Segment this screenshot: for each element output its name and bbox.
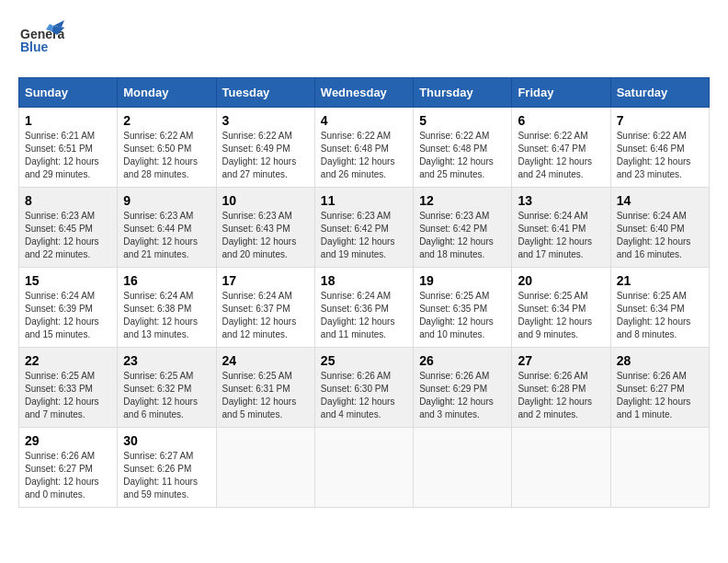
day-number: 20 <box>518 273 604 288</box>
day-info: Sunrise: 6:26 AMSunset: 6:28 PMDaylight:… <box>518 371 592 419</box>
day-number: 23 <box>123 353 210 368</box>
logo-icon: General Blue <box>18 18 64 68</box>
day-number: 29 <box>25 433 111 448</box>
day-info: Sunrise: 6:26 AMSunset: 6:30 PMDaylight:… <box>321 371 395 419</box>
calendar-cell: 30 Sunrise: 6:27 AMSunset: 6:26 PMDaylig… <box>118 428 216 508</box>
day-number: 12 <box>419 193 506 208</box>
day-info: Sunrise: 6:25 AMSunset: 6:32 PMDaylight:… <box>123 371 198 419</box>
calendar-cell: 5 Sunrise: 6:22 AMSunset: 6:48 PMDayligh… <box>414 108 512 188</box>
svg-text:Blue: Blue <box>20 40 49 54</box>
calendar-table: Sunday Monday Tuesday Wednesday Thursday… <box>18 77 710 508</box>
calendar-cell: 2 Sunrise: 6:22 AMSunset: 6:50 PMDayligh… <box>118 108 216 188</box>
day-info: Sunrise: 6:21 AMSunset: 6:51 PMDaylight:… <box>25 131 99 179</box>
calendar-cell: 18 Sunrise: 6:24 AMSunset: 6:36 PMDaylig… <box>314 268 413 348</box>
day-info: Sunrise: 6:25 AMSunset: 6:31 PMDaylight:… <box>222 371 297 419</box>
calendar-cell <box>314 428 413 508</box>
calendar-cell: 23 Sunrise: 6:25 AMSunset: 6:32 PMDaylig… <box>118 348 216 428</box>
calendar-cell: 1 Sunrise: 6:21 AMSunset: 6:51 PMDayligh… <box>19 108 118 188</box>
day-number: 6 <box>518 113 604 128</box>
day-info: Sunrise: 6:22 AMSunset: 6:49 PMDaylight:… <box>222 131 297 179</box>
calendar-cell: 17 Sunrise: 6:24 AMSunset: 6:37 PMDaylig… <box>216 268 314 348</box>
page-header: General Blue <box>18 18 710 68</box>
day-info: Sunrise: 6:25 AMSunset: 6:33 PMDaylight:… <box>25 371 99 419</box>
calendar-cell: 21 Sunrise: 6:25 AMSunset: 6:34 PMDaylig… <box>610 268 709 348</box>
day-number: 18 <box>321 273 407 288</box>
day-number: 16 <box>123 273 210 288</box>
day-info: Sunrise: 6:24 AMSunset: 6:38 PMDaylight:… <box>123 291 198 339</box>
header-wednesday: Wednesday <box>314 78 413 108</box>
calendar-cell <box>414 428 512 508</box>
calendar-cell: 24 Sunrise: 6:25 AMSunset: 6:31 PMDaylig… <box>216 348 314 428</box>
day-info: Sunrise: 6:22 AMSunset: 6:46 PMDaylight:… <box>617 131 691 179</box>
day-number: 9 <box>123 193 210 208</box>
calendar-cell: 11 Sunrise: 6:23 AMSunset: 6:42 PMDaylig… <box>314 188 413 268</box>
day-number: 10 <box>222 193 309 208</box>
day-info: Sunrise: 6:24 AMSunset: 6:37 PMDaylight:… <box>222 291 297 339</box>
calendar-cell: 8 Sunrise: 6:23 AMSunset: 6:45 PMDayligh… <box>19 188 118 268</box>
calendar-cell: 22 Sunrise: 6:25 AMSunset: 6:33 PMDaylig… <box>19 348 118 428</box>
header-saturday: Saturday <box>610 78 709 108</box>
day-number: 11 <box>321 193 407 208</box>
calendar-cell: 6 Sunrise: 6:22 AMSunset: 6:47 PMDayligh… <box>512 108 610 188</box>
calendar-cell: 4 Sunrise: 6:22 AMSunset: 6:48 PMDayligh… <box>314 108 413 188</box>
day-number: 19 <box>419 273 506 288</box>
day-info: Sunrise: 6:26 AMSunset: 6:27 PMDaylight:… <box>25 451 99 500</box>
day-number: 5 <box>419 113 506 128</box>
day-number: 14 <box>617 193 703 208</box>
calendar-week-row: 29 Sunrise: 6:26 AMSunset: 6:27 PMDaylig… <box>19 428 710 508</box>
calendar-week-row: 15 Sunrise: 6:24 AMSunset: 6:39 PMDaylig… <box>19 268 710 348</box>
day-number: 21 <box>617 273 703 288</box>
day-number: 28 <box>617 353 703 368</box>
calendar-cell: 26 Sunrise: 6:26 AMSunset: 6:29 PMDaylig… <box>414 348 512 428</box>
day-number: 13 <box>518 193 604 208</box>
calendar-cell: 15 Sunrise: 6:24 AMSunset: 6:39 PMDaylig… <box>19 268 118 348</box>
day-number: 17 <box>222 273 309 288</box>
calendar-cell: 25 Sunrise: 6:26 AMSunset: 6:30 PMDaylig… <box>314 348 413 428</box>
day-info: Sunrise: 6:22 AMSunset: 6:50 PMDaylight:… <box>123 131 198 179</box>
day-info: Sunrise: 6:23 AMSunset: 6:42 PMDaylight:… <box>419 211 494 259</box>
calendar-cell: 12 Sunrise: 6:23 AMSunset: 6:42 PMDaylig… <box>414 188 512 268</box>
header-sunday: Sunday <box>19 78 118 108</box>
header-thursday: Thursday <box>414 78 512 108</box>
calendar-cell: 3 Sunrise: 6:22 AMSunset: 6:49 PMDayligh… <box>216 108 314 188</box>
day-number: 7 <box>617 113 703 128</box>
day-info: Sunrise: 6:23 AMSunset: 6:45 PMDaylight:… <box>25 211 99 259</box>
calendar-cell <box>216 428 314 508</box>
calendar-cell: 29 Sunrise: 6:26 AMSunset: 6:27 PMDaylig… <box>19 428 118 508</box>
header-friday: Friday <box>512 78 610 108</box>
day-number: 1 <box>25 113 111 128</box>
calendar-cell <box>512 428 610 508</box>
day-number: 26 <box>419 353 506 368</box>
day-info: Sunrise: 6:25 AMSunset: 6:34 PMDaylight:… <box>617 291 691 339</box>
day-info: Sunrise: 6:27 AMSunset: 6:26 PMDaylight:… <box>123 451 198 500</box>
day-info: Sunrise: 6:26 AMSunset: 6:27 PMDaylight:… <box>617 371 691 419</box>
header-monday: Monday <box>118 78 216 108</box>
day-number: 25 <box>321 353 407 368</box>
calendar-cell: 27 Sunrise: 6:26 AMSunset: 6:28 PMDaylig… <box>512 348 610 428</box>
day-number: 8 <box>25 193 111 208</box>
calendar-cell: 7 Sunrise: 6:22 AMSunset: 6:46 PMDayligh… <box>610 108 709 188</box>
day-info: Sunrise: 6:24 AMSunset: 6:41 PMDaylight:… <box>518 211 592 259</box>
header-tuesday: Tuesday <box>216 78 314 108</box>
day-info: Sunrise: 6:22 AMSunset: 6:48 PMDaylight:… <box>419 131 494 179</box>
day-info: Sunrise: 6:24 AMSunset: 6:39 PMDaylight:… <box>25 291 99 339</box>
calendar-cell: 10 Sunrise: 6:23 AMSunset: 6:43 PMDaylig… <box>216 188 314 268</box>
day-info: Sunrise: 6:25 AMSunset: 6:35 PMDaylight:… <box>419 291 494 339</box>
calendar-week-row: 1 Sunrise: 6:21 AMSunset: 6:51 PMDayligh… <box>19 108 710 188</box>
day-number: 27 <box>518 353 604 368</box>
calendar-cell: 9 Sunrise: 6:23 AMSunset: 6:44 PMDayligh… <box>118 188 216 268</box>
day-number: 22 <box>25 353 111 368</box>
day-info: Sunrise: 6:26 AMSunset: 6:29 PMDaylight:… <box>419 371 494 419</box>
calendar-cell: 20 Sunrise: 6:25 AMSunset: 6:34 PMDaylig… <box>512 268 610 348</box>
day-info: Sunrise: 6:24 AMSunset: 6:40 PMDaylight:… <box>617 211 691 259</box>
calendar-cell: 19 Sunrise: 6:25 AMSunset: 6:35 PMDaylig… <box>414 268 512 348</box>
day-info: Sunrise: 6:22 AMSunset: 6:47 PMDaylight:… <box>518 131 592 179</box>
logo: General Blue <box>18 18 64 68</box>
calendar-cell: 14 Sunrise: 6:24 AMSunset: 6:40 PMDaylig… <box>610 188 709 268</box>
day-number: 3 <box>222 113 309 128</box>
day-info: Sunrise: 6:23 AMSunset: 6:44 PMDaylight:… <box>123 211 198 259</box>
day-number: 24 <box>222 353 309 368</box>
day-info: Sunrise: 6:24 AMSunset: 6:36 PMDaylight:… <box>321 291 395 339</box>
days-header-row: Sunday Monday Tuesday Wednesday Thursday… <box>19 78 710 108</box>
day-number: 4 <box>321 113 407 128</box>
